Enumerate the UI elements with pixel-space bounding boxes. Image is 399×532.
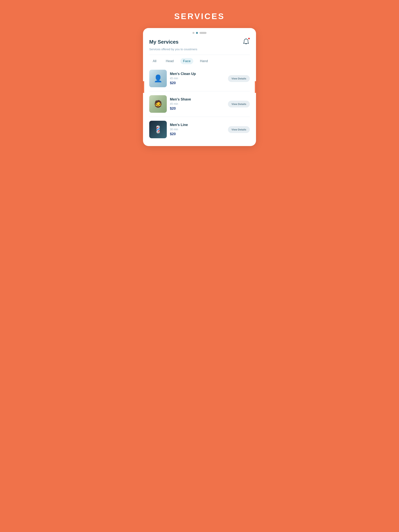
notification-bell-button[interactable] [242, 38, 250, 46]
services-subtitle: Services offered by you to coustmers [149, 48, 250, 51]
service-item-shave: Men's Shave 45 min $20 View Details [149, 91, 250, 117]
service-info-line: Men's Line 30 min $20 [170, 123, 225, 136]
service-info-shave: Men's Shave 45 min $20 [170, 97, 225, 111]
service-info-cleanup: Men's Clean Up 45 min $20 [170, 72, 225, 85]
my-services-title: My Services [149, 39, 179, 45]
tab-head[interactable]: Head [163, 58, 176, 64]
service-duration-shave: 45 min [170, 102, 225, 105]
tab-hand[interactable]: Hand [197, 58, 211, 64]
service-item-line: Men's Line 30 min $20 View Details [149, 117, 250, 142]
service-duration-cleanup: 45 min [170, 77, 225, 80]
tab-all[interactable]: All [150, 58, 159, 64]
service-name-shave: Men's Shave [170, 97, 225, 101]
service-price-line: $20 [170, 132, 225, 136]
service-image-cleanup [149, 70, 167, 87]
view-details-button-line[interactable]: View Details [228, 126, 250, 133]
view-details-button-cleanup[interactable]: View Details [228, 75, 250, 82]
service-image-shave [149, 95, 167, 113]
view-details-button-shave[interactable]: View Details [228, 101, 250, 108]
dot-1 [193, 32, 194, 34]
notification-badge [248, 37, 250, 40]
page-title: SERVICES [174, 12, 225, 21]
card-inner: My Services Services offered by you to c… [143, 28, 256, 64]
dots-indicator [149, 32, 250, 34]
service-price-shave: $20 [170, 107, 225, 111]
service-item-cleanup: Men's Clean Up 45 min $20 View Details [149, 66, 250, 91]
service-list: Men's Clean Up 45 min $20 View Details M… [143, 66, 256, 142]
dot-2 [196, 32, 198, 34]
header-row: My Services [149, 38, 250, 46]
service-image-line [149, 121, 167, 138]
tab-face[interactable]: Face [180, 58, 193, 64]
service-name-line: Men's Line [170, 123, 225, 127]
service-duration-line: 30 min [170, 128, 225, 131]
service-price-cleanup: $20 [170, 81, 225, 85]
services-card: My Services Services offered by you to c… [143, 28, 256, 146]
tabs-row: All Head Face Hand [149, 58, 250, 64]
service-name-cleanup: Men's Clean Up [170, 72, 225, 76]
dot-line [200, 32, 206, 34]
